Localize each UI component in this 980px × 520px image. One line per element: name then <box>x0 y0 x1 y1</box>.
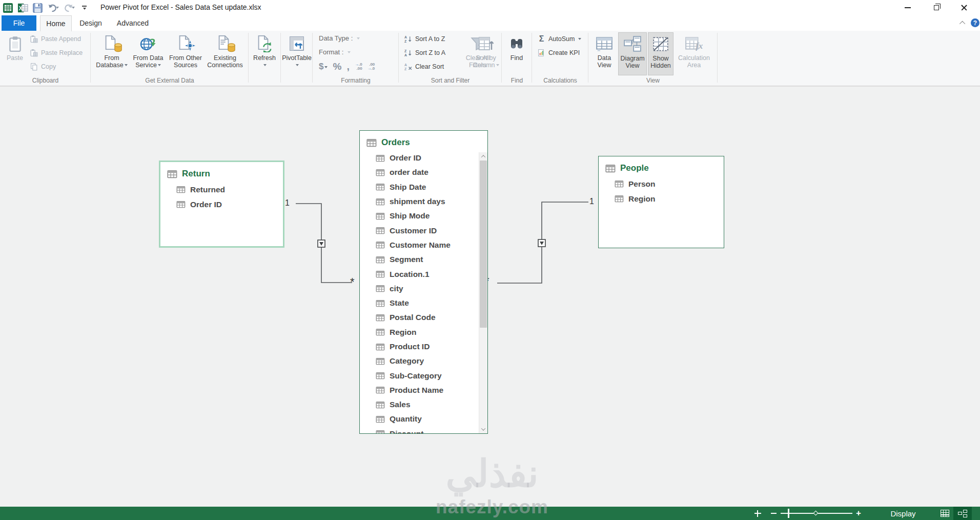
clear-sort-button[interactable]: Clear Sort <box>404 61 444 72</box>
table-field[interactable]: Quantity <box>360 412 478 426</box>
calculation-area-button[interactable]: Calculation Area <box>675 32 713 75</box>
table-field[interactable]: Product ID <box>360 339 478 354</box>
sort-by-column-button[interactable]: Sort by Column <box>472 32 500 75</box>
field-name: Discount <box>390 429 423 434</box>
table-header[interactable]: Return <box>160 162 283 182</box>
close-button[interactable] <box>952 0 976 15</box>
group-label-find: Find <box>502 77 532 84</box>
table-field[interactable]: Segment <box>360 252 478 267</box>
scroll-up-button[interactable] <box>479 152 487 161</box>
paste-append-button[interactable]: Paste Append <box>30 33 81 45</box>
table-field[interactable]: Location.1 <box>360 267 478 281</box>
tab-file[interactable]: File <box>2 15 36 31</box>
fit-to-screen-button[interactable] <box>751 507 764 520</box>
restore-button[interactable] <box>925 0 948 15</box>
table-field[interactable]: Returned <box>160 182 283 197</box>
create-kpi-button[interactable]: Create KPI <box>537 47 580 58</box>
table-field[interactable]: Region <box>599 191 724 206</box>
dropdown-caret-icon <box>263 64 267 66</box>
powerpivot-window: Power Pivot for Excel - Sales Data Set u… <box>0 0 980 520</box>
dollar-icon: $ <box>319 62 323 71</box>
table-field[interactable]: Product Name <box>360 383 478 397</box>
dropdown-caret-icon <box>125 64 128 66</box>
data-view-button[interactable]: Data View <box>591 32 617 75</box>
table-field[interactable]: Category <box>360 354 478 368</box>
find-button[interactable]: Find <box>505 32 528 75</box>
undo-caret-icon[interactable] <box>56 7 59 9</box>
copy-button[interactable]: Copy <box>30 61 56 72</box>
diagram-table-people[interactable]: People Person Region <box>598 156 724 248</box>
show-hidden-button[interactable]: Show Hidden <box>648 32 673 75</box>
zoom-in-button[interactable]: + <box>853 507 864 520</box>
table-field[interactable]: Person <box>599 176 724 191</box>
data-type-caret-icon[interactable] <box>357 37 360 39</box>
field-list: Person Region <box>599 176 724 206</box>
zoom-slider-handle[interactable] <box>788 509 789 518</box>
table-field[interactable]: State <box>360 296 478 310</box>
orders-scrollbar[interactable] <box>479 152 487 433</box>
scroll-down-button[interactable] <box>479 425 487 433</box>
from-database-button[interactable]: From Database <box>95 32 129 75</box>
tab-home[interactable]: Home <box>40 15 72 31</box>
table-header[interactable]: Orders <box>360 131 487 151</box>
format-caret-icon[interactable] <box>348 51 351 53</box>
table-header[interactable]: People <box>599 156 724 176</box>
diagram-canvas[interactable]: 1 * * 1 Return Returned Order I <box>0 86 980 507</box>
table-field[interactable]: Order ID <box>160 197 283 212</box>
show-hidden-label2: Hidden <box>648 63 673 70</box>
table-field[interactable]: shipment days <box>360 194 478 209</box>
save-icon[interactable] <box>32 3 43 13</box>
comma-style-button[interactable]: , <box>346 61 350 72</box>
diagram-view-statusbar-button[interactable] <box>953 507 972 520</box>
collapse-ribbon-button[interactable] <box>958 19 968 27</box>
refresh-button[interactable]: Refresh <box>250 32 279 75</box>
data-type-label: Data Type : <box>319 34 353 42</box>
field-table-icon <box>376 328 385 336</box>
paste-replace-button[interactable]: Paste Replace <box>30 47 83 58</box>
diagram-view-button[interactable]: Diagram View <box>618 32 647 75</box>
dropdown-caret-icon[interactable] <box>578 38 581 40</box>
table-field[interactable]: order date <box>360 165 478 179</box>
minimize-button[interactable] <box>896 0 920 15</box>
table-field[interactable]: Sales <box>360 397 478 412</box>
table-field[interactable]: Ship Mode <box>360 209 478 223</box>
tab-advanced[interactable]: Advanced <box>111 15 155 31</box>
field-name: Product ID <box>390 342 430 351</box>
table-field[interactable]: Customer Name <box>360 238 478 252</box>
zoom-out-button[interactable] <box>768 507 779 520</box>
percent-button[interactable]: % <box>333 61 341 72</box>
quick-access-toolbar <box>0 0 87 15</box>
table-field[interactable]: Customer ID <box>360 223 478 237</box>
data-view-statusbar-button[interactable] <box>937 507 952 520</box>
tab-design[interactable]: Design <box>73 15 109 31</box>
table-field[interactable]: Sub-Category <box>360 368 478 383</box>
paste-button[interactable]: Paste <box>3 32 27 75</box>
format-field[interactable]: Format : <box>319 48 351 56</box>
scrollbar-thumb[interactable] <box>480 161 487 328</box>
autosum-button[interactable]: Σ AutoSum <box>537 33 581 45</box>
diagram-table-return[interactable]: Return Returned Order ID <box>159 161 284 248</box>
decrease-decimal-button[interactable]: .00 →.0 <box>368 63 375 71</box>
existing-connections-button[interactable]: Existing Connections <box>205 32 246 75</box>
sort-az-icon <box>404 35 413 44</box>
table-field[interactable]: Order ID <box>360 151 478 165</box>
table-field[interactable]: Discount <box>360 427 478 434</box>
from-other-sources-button[interactable]: From Other Sources <box>168 32 203 75</box>
table-field[interactable]: Region <box>360 325 478 339</box>
currency-button[interactable]: $ <box>319 62 328 72</box>
from-data-service-button[interactable]: From Data Service <box>130 32 167 75</box>
sort-a-to-z-button[interactable]: Sort A to Z <box>404 33 445 45</box>
qat-customize-icon[interactable] <box>82 6 87 10</box>
chevron-up-icon <box>959 21 965 27</box>
redo-caret-icon[interactable] <box>72 7 75 9</box>
table-field[interactable]: Ship Date <box>360 180 478 194</box>
table-field[interactable]: Postal Code <box>360 310 478 325</box>
increase-decimal-button[interactable]: →.0 .00 <box>355 63 362 71</box>
data-type-field[interactable]: Data Type : <box>319 34 360 42</box>
help-button[interactable]: ? <box>971 18 979 27</box>
excel-icon[interactable] <box>17 3 28 13</box>
pivottable-button[interactable]: PivotTable <box>281 32 313 75</box>
table-field[interactable]: city <box>360 282 478 296</box>
sort-z-to-a-button[interactable]: Sort Z to A <box>404 47 445 58</box>
diagram-table-orders[interactable]: Orders Order ID order date <box>359 130 488 434</box>
